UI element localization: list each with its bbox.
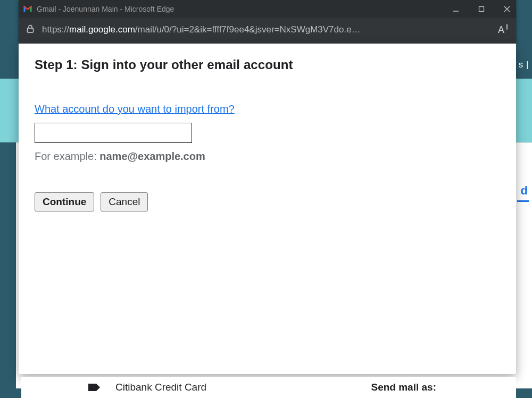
label-tag-icon [88,383,101,392]
url-path: /mail/u/0/?ui=2&ik=ffff7f9ee4&jsver=NxSW… [135,24,361,35]
lock-icon [26,24,35,36]
svg-rect-4 [28,28,34,32]
url-host: mail.google.com [69,24,135,35]
background-label-row: Citibank Credit Card Send mail as: [21,377,516,398]
example-prefix: For example: [35,150,99,162]
browser-chrome: Gmail - Joenunnan Main - Microsoft Edge … [19,0,516,44]
obscured-tab-underline [517,200,529,202]
obscured-tab-letter: d [521,184,528,198]
send-mail-as-heading: Send mail as: [371,382,437,393]
svg-rect-1 [479,7,484,12]
label-name[interactable]: Citibank Credit Card [115,382,206,393]
url-text: https://mail.google.com/mail/u/0/?ui=2&i… [42,24,491,35]
email-input[interactable] [35,123,192,143]
titlebar: Gmail - Joenunnan Main - Microsoft Edge [19,0,516,18]
url-prefix: https:// [42,24,69,35]
import-question-link[interactable]: What account do you want to import from? [35,103,500,115]
example-email: name@example.com [99,150,205,162]
obscured-text-fragment: s | [519,60,529,70]
example-hint: For example: name@example.com [35,150,500,163]
address-bar[interactable]: https://mail.google.com/mail/u/0/?ui=2&i… [19,18,516,41]
window-title: Gmail - Joenunnan Main - Microsoft Edge [37,5,451,13]
read-aloud-icon[interactable]: A⟫ [498,24,509,36]
import-modal: Step 1: Sign into your other email accou… [19,44,516,374]
cancel-button[interactable]: Cancel [101,192,148,211]
maximize-button[interactable] [477,4,486,14]
continue-button[interactable]: Continue [35,192,94,211]
modal-title: Step 1: Sign into your other email accou… [35,57,500,72]
minimize-button[interactable] [451,4,461,14]
gmail-favicon [23,5,32,13]
close-button[interactable] [502,4,512,14]
button-row: Continue Cancel [35,192,500,211]
